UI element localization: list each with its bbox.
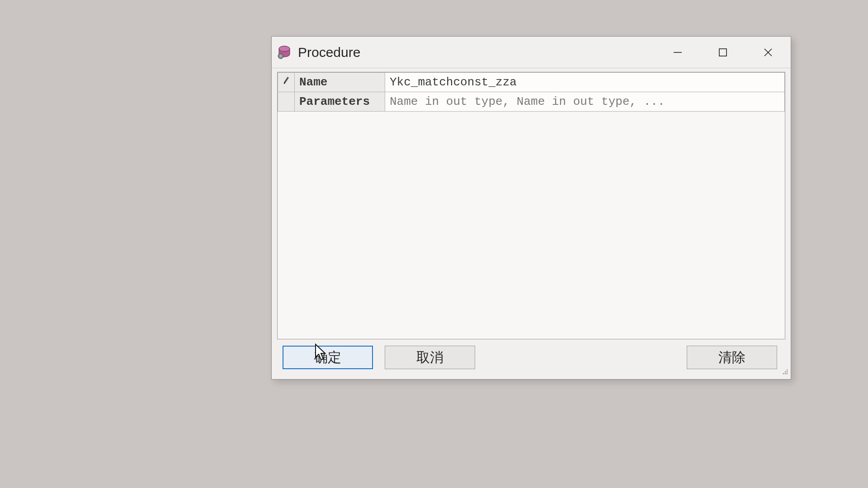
svg-point-1 (279, 46, 290, 52)
grid-label: Parameters (295, 92, 385, 112)
dialog-title: Procedure (298, 45, 360, 60)
dialog-content: Name Ykc_matchconst_zza Parameters Name … (272, 68, 791, 379)
close-button[interactable] (759, 43, 777, 61)
svg-point-9 (787, 371, 788, 373)
minimize-button[interactable] (669, 43, 687, 61)
procedure-dialog: Procedure Name (271, 36, 791, 380)
ok-button[interactable]: 确定 (283, 346, 373, 369)
edit-marker (278, 73, 295, 92)
svg-point-11 (787, 373, 788, 375)
grid-label: Name (295, 73, 385, 92)
parameters-input-cell[interactable]: Name in out type, Name in out type, ... (385, 92, 785, 112)
svg-point-3 (280, 55, 282, 57)
grid-row-name: Name Ykc_matchconst_zza (278, 73, 785, 92)
maximize-button[interactable] (714, 43, 732, 61)
button-row: 确定 取消 清除 (277, 339, 785, 379)
svg-rect-5 (719, 49, 726, 56)
resize-grip[interactable] (781, 367, 789, 377)
database-icon (276, 44, 292, 61)
grid-row-parameters: Parameters Name in out type, Name in out… (278, 92, 785, 112)
cancel-button[interactable]: 取消 (385, 346, 475, 369)
svg-point-10 (785, 371, 786, 373)
name-input-cell[interactable]: Ykc_matchconst_zza (385, 73, 785, 92)
pencil-icon (283, 75, 290, 89)
properties-grid: Name Ykc_matchconst_zza Parameters Name … (277, 72, 785, 339)
titlebar[interactable]: Procedure (272, 37, 791, 68)
svg-point-12 (785, 373, 786, 375)
clear-button[interactable]: 清除 (687, 346, 777, 369)
svg-point-13 (783, 373, 784, 375)
svg-point-8 (787, 370, 788, 371)
